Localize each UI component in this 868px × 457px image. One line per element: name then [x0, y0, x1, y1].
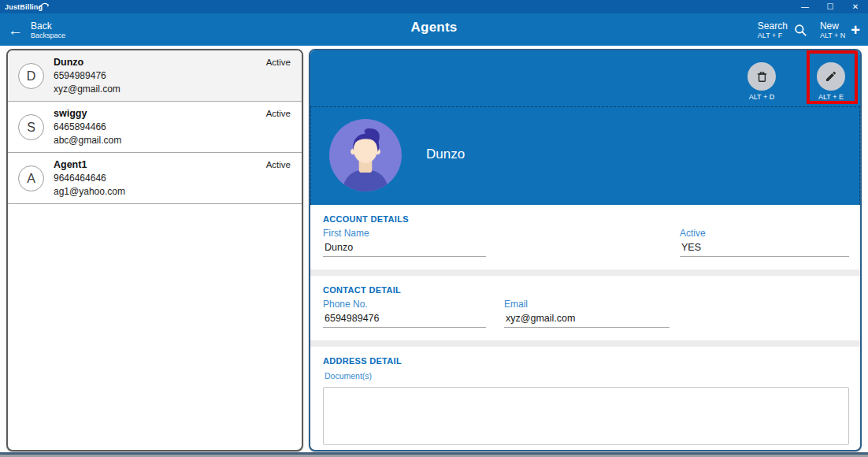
- edit-shortcut: ALT + E: [818, 93, 844, 101]
- active-field[interactable]: Active YES: [680, 228, 849, 257]
- agent-email: xyz@gmail.com: [54, 83, 121, 96]
- detail-agent-name: Dunzo: [426, 147, 465, 162]
- phone-label: Phone No.: [323, 299, 486, 310]
- agent-name: Dunzo: [54, 56, 121, 69]
- detail-action-buttons: ALT + D ALT + E: [745, 62, 848, 101]
- agent-avatar: S: [18, 114, 44, 140]
- search-icon: [793, 23, 807, 37]
- window-controls: — ☐ ✕: [792, 0, 868, 13]
- agent-initial: A: [27, 172, 35, 186]
- agent-email: abc@gmail.com: [54, 134, 121, 147]
- maximize-button[interactable]: ☐: [818, 0, 843, 13]
- section-separator: [310, 340, 860, 347]
- agent-list-item-swiggy[interactable]: S swiggy 6465894466 abc@gmail.com Active: [8, 102, 302, 153]
- logo-swoosh-icon: [38, 1, 50, 10]
- email-field[interactable]: Email xyz@gmail.com: [504, 299, 670, 328]
- pencil-icon: [825, 70, 837, 83]
- agent-email: ag1@yahoo.com: [54, 185, 125, 199]
- edit-button[interactable]: ALT + E: [814, 62, 848, 101]
- agent-initial: S: [27, 121, 35, 135]
- section-title-account: ACCOUNT DETAILS: [323, 214, 860, 224]
- plus-icon: +: [851, 22, 860, 38]
- new-shortcut: ALT + N: [820, 32, 845, 40]
- window-bottom-edge: [0, 452, 868, 457]
- navbar-actions: Search ALT + F New ALT + N +: [758, 17, 860, 43]
- section-title-contact: CONTACT DETAIL: [323, 285, 860, 295]
- search-button[interactable]: Search ALT + F: [758, 20, 807, 40]
- first-name-label: First Name: [323, 228, 486, 240]
- agent-avatar: A: [18, 165, 44, 191]
- agent-list-item-agent1[interactable]: A Agent1 9646464646 ag1@yahoo.com Active: [8, 153, 302, 204]
- agent-initial: D: [27, 69, 36, 84]
- agent-phone: 9646464646: [54, 172, 125, 185]
- close-button[interactable]: ✕: [843, 0, 868, 13]
- email-value: xyz@gmail.com: [504, 310, 670, 328]
- phone-value: 6594989476: [323, 310, 486, 328]
- new-button[interactable]: New ALT + N +: [820, 20, 860, 40]
- agent-list-item-dunzo[interactable]: D Dunzo 6594989476 xyz@gmail.com Active: [8, 50, 302, 102]
- account-fields-row: First Name Dunzo Active YES: [310, 228, 860, 262]
- active-label: Active: [680, 228, 849, 240]
- titlebar: JustBilling — ☐ ✕: [0, 0, 868, 13]
- new-label: New: [820, 20, 845, 32]
- agent-avatar: D: [18, 63, 44, 89]
- first-name-value: Dunzo: [323, 240, 486, 257]
- detail-header: ALT + D ALT + E: [310, 50, 860, 205]
- agent-info: Agent1 9646464646 ag1@yahoo.com: [54, 158, 125, 199]
- agent-info: Dunzo 6594989476 xyz@gmail.com: [54, 56, 121, 96]
- app-logo: JustBilling: [0, 3, 43, 11]
- agent-phone: 6594989476: [54, 69, 121, 83]
- search-label: Search: [758, 20, 788, 32]
- agent-phone: 6465894466: [54, 121, 121, 134]
- agent-name: Agent1: [54, 158, 125, 172]
- email-label: Email: [504, 299, 670, 310]
- minimize-button[interactable]: —: [792, 0, 818, 13]
- app-logo-text: JustBilling: [5, 3, 43, 11]
- active-value: YES: [680, 240, 849, 257]
- trash-icon: [755, 70, 769, 84]
- app-window: JustBilling — ☐ ✕ ← Back Backspace Agent…: [0, 0, 868, 457]
- agent-name: swiggy: [54, 107, 121, 121]
- agent-status-badge: Active: [266, 58, 291, 67]
- page-title: Agents: [0, 20, 868, 35]
- agent-portrait-avatar: [329, 119, 402, 191]
- documents-dropzone[interactable]: [323, 387, 849, 445]
- section-title-address: ADDRESS DETAIL: [323, 356, 860, 366]
- contact-fields-row: Phone No. 6594989476 Email xyz@gmail.com: [310, 299, 860, 333]
- navbar: ← Back Backspace Agents Search ALT + F N…: [0, 13, 868, 46]
- detail-header-focus: Dunzo: [310, 106, 860, 205]
- delete-shortcut: ALT + D: [749, 93, 774, 101]
- delete-button[interactable]: ALT + D: [745, 62, 778, 101]
- documents-label: Document(s): [325, 371, 860, 381]
- agent-detail-panel: ALT + D ALT + E: [309, 49, 862, 451]
- agent-status-badge: Active: [266, 109, 291, 118]
- agent-info: swiggy 6465894466 abc@gmail.com: [54, 107, 121, 147]
- agent-list-panel: D Dunzo 6594989476 xyz@gmail.com Active …: [6, 49, 303, 451]
- agent-status-badge: Active: [266, 160, 291, 169]
- first-name-field[interactable]: First Name Dunzo: [323, 228, 486, 257]
- section-separator: [310, 269, 860, 276]
- search-shortcut: ALT + F: [758, 32, 788, 40]
- phone-field[interactable]: Phone No. 6594989476: [323, 299, 486, 328]
